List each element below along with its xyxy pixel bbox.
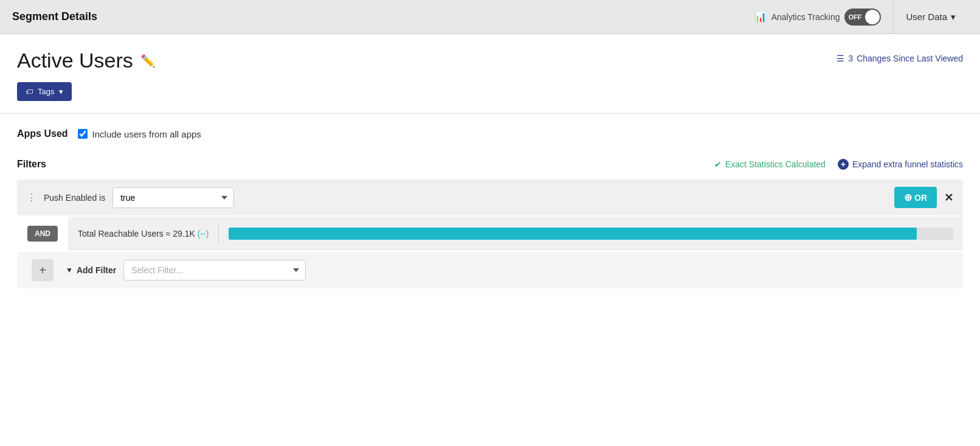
progress-bar-fill	[229, 228, 917, 240]
and-stats-row: Total Reachable Users ≈ 29.1K (--)	[68, 217, 963, 251]
reachable-dash: (--)	[198, 229, 209, 239]
expand-plus-icon: +	[838, 159, 849, 170]
main-content: Active Users ✏️ ☰ 3 Changes Since Last V…	[0, 34, 980, 446]
segment-header: Active Users ✏️ ☰ 3 Changes Since Last V…	[17, 49, 963, 72]
or-plus-icon: ⊕	[904, 192, 912, 203]
filters-header: Filters ✔ Exact Statistics Calculated + …	[17, 159, 963, 170]
add-filter-text: Add Filter	[77, 265, 116, 275]
user-data-label: User Data	[906, 12, 947, 22]
analytics-tracking-label: Analytics Tracking	[771, 12, 840, 22]
segment-title-area: Active Users ✏️	[17, 49, 156, 72]
progress-bar	[229, 228, 953, 240]
remove-filter-button[interactable]: ✕	[944, 191, 953, 204]
analytics-toggle[interactable]: OFF	[844, 9, 881, 26]
and-badge: AND	[27, 226, 58, 242]
filters-actions: ✔ Exact Statistics Calculated + Expand e…	[714, 159, 963, 170]
add-filter-plus-button[interactable]: +	[32, 259, 53, 281]
include-all-apps-checkbox[interactable]	[78, 129, 88, 139]
reachable-prefix: Total Reachable Users ≈	[78, 229, 170, 239]
reachable-users-text: Total Reachable Users ≈ 29.1K (--)	[78, 229, 209, 239]
segment-name: Active Users	[17, 49, 133, 72]
and-badge-col: AND	[17, 226, 68, 242]
changes-label: Changes Since Last Viewed	[857, 54, 963, 63]
changes-since-last-viewed-link[interactable]: ☰ 3 Changes Since Last Viewed	[837, 54, 963, 63]
top-bar-right: 📊 Analytics Tracking OFF User Data ▾	[754, 0, 968, 34]
filter-row-1: ⋮ Push Enabled is true false ⊕ OR ✕	[17, 179, 963, 215]
add-filter-plus-col: +	[27, 259, 58, 281]
push-enabled-select[interactable]: true false	[112, 187, 234, 208]
exact-stats-label: Exact Statistics Calculated	[725, 159, 826, 169]
add-filter-label: ▼ Add Filter	[66, 265, 116, 275]
exact-stats-link[interactable]: ✔ Exact Statistics Calculated	[714, 159, 826, 169]
apps-used-row: Apps Used Include users from all apps	[17, 128, 963, 139]
analytics-icon: 📊	[754, 11, 767, 23]
toggle-knob	[865, 10, 880, 24]
top-bar: Segment Details 📊 Analytics Tracking OFF…	[0, 0, 980, 34]
tags-label: Tags	[38, 87, 54, 96]
analytics-tracking-section: 📊 Analytics Tracking OFF	[754, 0, 894, 34]
filter-row-container: ⋮ Push Enabled is true false ⊕ OR ✕	[17, 179, 963, 215]
include-all-apps-text: Include users from all apps	[92, 129, 201, 139]
segment-title-row: Active Users ✏️	[17, 49, 156, 72]
changes-list-icon: ☰	[837, 54, 844, 63]
tags-button[interactable]: 🏷 Tags ▾	[17, 82, 72, 101]
filter-icon: ▼	[66, 266, 73, 274]
drag-handle-icon[interactable]: ⋮	[27, 192, 36, 203]
or-button[interactable]: ⊕ OR	[894, 187, 937, 208]
tags-chevron-icon: ▾	[59, 87, 63, 96]
expand-funnel-label: Expand extra funnel statistics	[852, 159, 963, 169]
check-icon: ✔	[714, 159, 722, 169]
include-all-apps-label[interactable]: Include users from all apps	[78, 129, 201, 139]
toggle-label: OFF	[848, 13, 861, 21]
vertical-divider	[218, 224, 219, 243]
edit-icon[interactable]: ✏️	[140, 54, 156, 68]
page-title: Segment Details	[12, 10, 97, 23]
reachable-count-value: 29.1K	[173, 229, 195, 239]
tag-icon: 🏷	[26, 88, 33, 96]
filters-title: Filters	[17, 159, 46, 170]
changes-count: 3	[848, 54, 853, 63]
select-filter-dropdown[interactable]: Select Filter...	[123, 260, 306, 280]
section-divider	[0, 113, 980, 114]
filter-row-label: Push Enabled is	[44, 193, 105, 203]
user-data-chevron-icon: ▾	[951, 12, 956, 23]
apps-used-label: Apps Used	[17, 128, 68, 139]
expand-funnel-link[interactable]: + Expand extra funnel statistics	[838, 159, 963, 170]
and-connector-row: AND Total Reachable Users ≈ 29.1K (--)	[17, 217, 963, 251]
or-label: OR	[914, 193, 927, 203]
add-filter-row: + ▼ Add Filter Select Filter...	[17, 252, 963, 288]
user-data-button[interactable]: User Data ▾	[894, 0, 968, 34]
